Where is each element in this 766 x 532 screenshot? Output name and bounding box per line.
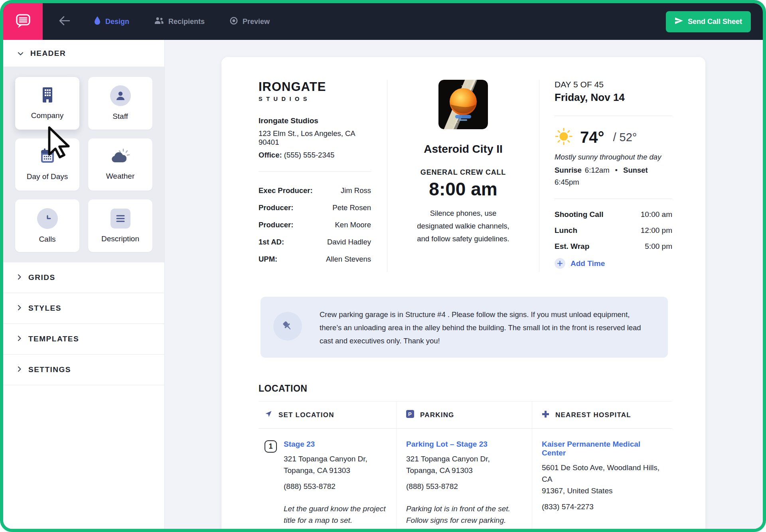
day-count: DAY 5 OF 45 (555, 80, 672, 89)
medical-cross-icon (542, 410, 549, 420)
tab-preview-label: Preview (243, 18, 270, 26)
staff-name: Pete Rosen (332, 203, 371, 212)
time-label: Est. Wrap (555, 242, 589, 251)
divider (555, 116, 672, 116)
set-location-phone: (888) 553-8782 (284, 482, 386, 491)
chevron-right-icon (18, 335, 22, 343)
set-location-cell: 1 Stage 23 321 Topanga Canyon Dr, Topang… (259, 429, 396, 529)
back-button[interactable] (59, 16, 71, 28)
address-line: Topanga, CA 91303 (284, 466, 350, 475)
person-icon (110, 85, 131, 106)
company-logo-subtitle: STUDIOS (259, 96, 371, 102)
set-location-link[interactable]: Stage 23 (284, 440, 386, 449)
parking-address: 321 Topanga Canyon Dr, Topanga, CA 91303 (406, 453, 521, 476)
weather-summary: 74° / 52° (555, 127, 672, 147)
parking-phone: (888) 553-8782 (406, 482, 521, 491)
navigation-arrow-icon (265, 410, 272, 420)
staff-role: UPM: (259, 255, 277, 264)
column-header-set-location: SET LOCATION (259, 402, 396, 428)
column-header-nearest-hospital: NEAREST HOSPITAL (532, 402, 672, 428)
notice-text: Crew parking garage is in Structure #4 .… (320, 306, 652, 347)
notice-banner[interactable]: Crew parking garage is in Structure #4 .… (261, 297, 668, 358)
tile-description[interactable]: Description (88, 199, 152, 252)
sunrise-label: Sunrise (555, 166, 582, 175)
sidebar-section-templates-label: TEMPLATES (28, 335, 79, 343)
staff-name: Ken Moore (335, 221, 371, 229)
document-lines-icon (111, 209, 130, 229)
tile-weather-label: Weather (106, 172, 134, 181)
sunrise-value: 6:12am (585, 166, 610, 175)
tile-staff[interactable]: Staff (88, 77, 152, 130)
staff-row: Producer: Pete Rosen (259, 203, 371, 212)
hospital-address: 5601 De Soto Ave, Woodland Hills, CA 913… (542, 462, 662, 497)
tab-design[interactable]: Design (94, 16, 129, 27)
production-title: Asteroid City II (424, 143, 503, 156)
production-poster[interactable] (438, 80, 488, 129)
temp-high: 74° (580, 128, 604, 146)
location-number-badge: 1 (265, 440, 277, 453)
address-line: 91367, United States (542, 487, 612, 495)
parking-link[interactable]: Parking Lot – Stage 23 (406, 440, 521, 449)
tile-day-of-days[interactable]: Day of Days (15, 138, 79, 191)
top-bar: Design Recipients (3, 3, 763, 40)
app-logo[interactable] (3, 3, 43, 40)
company-column[interactable]: IRONGATE STUDIOS Irongate Studios 123 El… (259, 80, 387, 272)
address-line: 321 Topanga Canyon Dr, (284, 455, 367, 463)
svg-text:P: P (408, 411, 412, 417)
tab-design-label: Design (105, 18, 129, 26)
tile-weather[interactable]: Weather (88, 138, 152, 191)
office-phone: (555) 555-2345 (284, 151, 335, 159)
sidebar-section-templates[interactable]: TEMPLATES (3, 324, 164, 355)
divider (259, 171, 371, 172)
time-label: Lunch (555, 226, 577, 235)
staff-row: Producer: Ken Moore (259, 221, 371, 229)
tile-company[interactable]: Company (15, 77, 79, 130)
tab-preview[interactable]: Preview (229, 16, 270, 27)
staff-role: Exec Producer: (259, 186, 313, 195)
send-call-sheet-button[interactable]: Send Call Sheet (666, 11, 751, 32)
chevron-right-icon (18, 304, 22, 313)
sunrise-sunset: Sunrise 6:12am • Sunset 6:45pm (555, 166, 672, 187)
add-time-label: Add Time (571, 259, 605, 268)
production-column[interactable]: Asteroid City II GENERAL CREW CALL 8:00 … (387, 80, 539, 272)
add-time-button[interactable]: Add Time (555, 258, 672, 269)
sidebar-section-styles[interactable]: STYLES (3, 293, 164, 324)
day-column[interactable]: DAY 5 OF 45 Friday, Nov 14 (539, 80, 672, 272)
staff-row: Exec Producer: Jim Ross (259, 186, 371, 195)
company-office-phone: Office: (555) 555-2345 (259, 151, 371, 160)
staff-list: Exec Producer: Jim Ross Producer: Pete R… (259, 186, 371, 264)
address-line: 5601 De Soto Ave, Woodland Hills, CA (542, 463, 659, 483)
sidebar-section-header[interactable]: HEADER (3, 40, 164, 67)
column-header-label: PARKING (420, 411, 454, 419)
column-header-parking: P PARKING (396, 402, 532, 428)
location-table-header: SET LOCATION P PARKING (259, 402, 672, 429)
app-window: Design Recipients (0, 0, 766, 532)
divider (555, 199, 672, 199)
call-times-list: Shooting Call 10:00 am Lunch 12:00 pm Es… (555, 210, 672, 251)
column-header-label: NEAREST HOSPITAL (555, 411, 631, 419)
location-row: 1 Stage 23 321 Topanga Canyon Dr, Topang… (259, 429, 672, 529)
plus-icon (555, 258, 565, 269)
column-header-label: SET LOCATION (278, 411, 334, 419)
time-row: Shooting Call 10:00 am (555, 210, 672, 219)
sidebar-section-grids[interactable]: GRIDS (3, 262, 164, 293)
staff-role: Producer: (259, 221, 293, 229)
address-line: 321 Topanga Canyon Dr, (406, 455, 490, 463)
call-sheet-document[interactable]: IRONGATE STUDIOS Irongate Studios 123 El… (221, 57, 705, 529)
tile-calls[interactable]: Calls (15, 199, 79, 252)
parking-cell: Parking Lot – Stage 23 321 Topanga Canyo… (396, 429, 532, 529)
parking-icon: P (406, 410, 414, 420)
chevron-right-icon (18, 273, 22, 282)
company-name: Irongate Studios (259, 116, 371, 125)
tile-staff-label: Staff (113, 112, 128, 121)
sidebar-section-grids-label: GRIDS (28, 273, 55, 282)
time-row: Est. Wrap 5:00 pm (555, 242, 672, 251)
building-icon (40, 87, 55, 105)
hospital-link[interactable]: Kaiser Permanente Medical Center (542, 440, 662, 457)
tile-description-label: Description (101, 234, 139, 243)
set-location-address: 321 Topanga Canyon Dr, Topanga, CA 91303 (284, 453, 386, 476)
tab-recipients[interactable]: Recipients (154, 17, 205, 26)
time-value: 10:00 am (641, 210, 672, 219)
staff-role: Producer: (259, 203, 293, 212)
sidebar-section-settings[interactable]: SETTINGS (3, 355, 164, 385)
